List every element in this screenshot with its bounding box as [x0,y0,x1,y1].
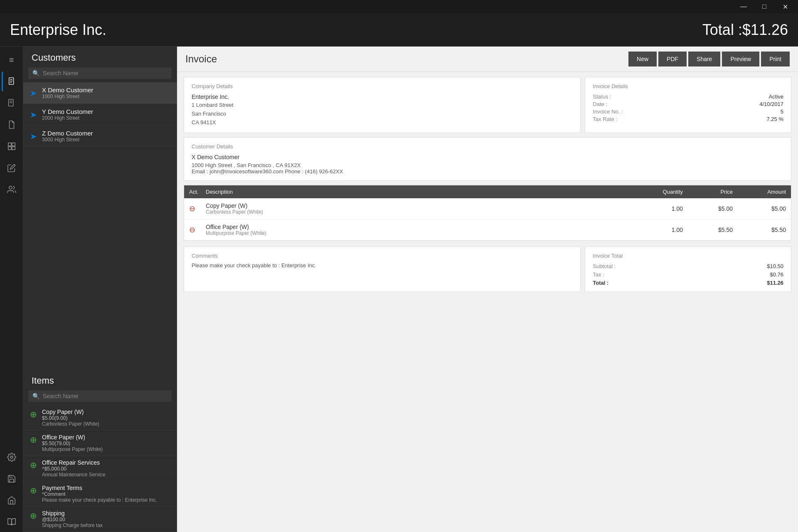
invoice-no-label: Invoice No. : [593,108,623,115]
invoice-details-label: Invoice Details [593,83,783,89]
item-name-copy-paper: Copy Paper (W) [42,409,99,415]
nav-save[interactable] [2,469,22,489]
svg-rect-9 [8,147,11,150]
row2-quantity: 1.00 [636,227,686,233]
line-items-header: Act. Description Quantity Price Amount [184,185,791,198]
items-search-input[interactable] [43,393,167,399]
remove-row2-button[interactable]: ⊖ [189,225,206,234]
items-search-box[interactable]: 🔍 [28,390,172,402]
svg-rect-7 [8,143,11,146]
items-search-icon: 🔍 [32,393,39,399]
svg-rect-10 [12,147,15,150]
customer-address-x: 1000 High Street [42,94,93,99]
row1-item-sub: Carbonless Paper (White) [206,209,636,215]
remove-row1-button[interactable]: ⊖ [189,204,206,213]
item-add-shipping-icon[interactable]: ⊕ [30,511,37,521]
title-bar: — □ ✕ [0,0,798,13]
col-price: Price [686,189,736,195]
date-value: 4/10/2017 [630,101,783,107]
app-title: Enterprise Inc. [10,21,106,39]
nav-document[interactable] [2,71,22,91]
item-price-copy-paper: $5.00(9.00) [42,415,99,421]
nav-document2[interactable] [2,93,22,113]
nav-document3[interactable] [2,115,22,135]
item-info-copy-paper: Copy Paper (W) $5.00(9.00) Carbonless Pa… [42,409,99,427]
item-name-shipping: Shipping [42,510,103,517]
customer-detail-email-phone: Email : john@invoicesoftware360.com Phon… [192,168,783,175]
customer-details-label: Customer Details [192,143,783,150]
company-details-label: Company Details [192,83,573,89]
share-button[interactable]: Share [688,52,720,66]
svg-point-11 [9,186,12,189]
row2-price: $5.50 [686,227,736,233]
row1-item-name: Copy Paper (W) [206,202,636,209]
item-name-office-paper: Office Paper (W) [42,434,103,441]
item-desc-repair: Annual Maintenance Service [42,472,106,478]
items-title: Items [23,369,177,390]
item-price-repair: ^$5,000.00 [42,466,106,472]
app-header: Enterprise Inc. Total :$11.26 [0,13,798,47]
item-name-payment: Payment Terms [42,485,157,491]
row1-desc-cell: Copy Paper (W) Carbonless Paper (White) [206,202,636,215]
close-button[interactable]: ✕ [776,0,795,13]
item-copy-paper[interactable]: ⊕ Copy Paper (W) $5.00(9.00) Carbonless … [23,405,177,431]
tax-rate-value: 7.25 % [630,116,783,122]
status-label: Status : [593,94,623,100]
item-add-office-paper-icon[interactable]: ⊕ [30,435,37,445]
item-office-paper[interactable]: ⊕ Office Paper (W) $5.50(79.00) Multipur… [23,431,177,456]
customer-detail-address: 1000 High Street , San Francisco , CA 91… [192,162,783,168]
customer-info-y: Y Demo Customer 2000 High Street [42,108,93,121]
maximize-button[interactable]: □ [755,0,774,13]
nav-edit[interactable] [2,158,22,178]
row2-amount: $5.50 [736,227,786,233]
nav-layers[interactable] [2,136,22,156]
comments-text: Please make your check payable to : Ente… [192,262,573,268]
item-repair-services[interactable]: ⊕ Office Repair Services ^$5,000.00 Annu… [23,456,177,481]
item-desc-shipping: Shipping Charge before tax [42,522,103,528]
invoice-toolbar: New PDF Share Preview Print [628,52,790,66]
company-name: Enterprise Inc. [192,94,573,100]
customer-item-y[interactable]: ➤ Y Demo Customer 2000 High Street [23,104,177,126]
minimize-button[interactable]: — [734,0,753,13]
nav-hamburger[interactable]: ≡ [2,50,22,70]
preview-button[interactable]: Preview [722,52,759,66]
item-add-copy-paper-icon[interactable]: ⊕ [30,409,37,419]
item-shipping[interactable]: ⊕ Shipping @$100.00 Shipping Charge befo… [23,507,177,532]
nav-home[interactable] [2,490,22,510]
item-info-office-paper: Office Paper (W) $5.50(79.00) Multipurpo… [42,434,103,452]
print-button[interactable]: Print [761,52,790,66]
invoice-body: Company Details Enterprise Inc. 1 Lombar… [177,72,798,532]
total-value: $11.26 [767,280,783,286]
item-add-repair-icon[interactable]: ⊕ [30,460,37,470]
item-payment-terms[interactable]: ⊕ Payment Terms *Comment Please make you… [23,481,177,507]
customer-search-icon: 🔍 [32,70,39,76]
subtotal-value: $10.50 [767,263,783,269]
comments-label: Comments [192,253,573,259]
totals-panel: Invoice Total Subtotal : $10.50 Tax : $0… [585,246,791,292]
col-act: Act. [189,189,206,195]
customer-name-y: Y Demo Customer [42,108,93,115]
invoice-details-panel: Invoice Details Status : Active Date : 4… [585,77,791,133]
line-items-table: Act. Description Quantity Price Amount ⊖… [184,185,791,241]
totals-grid: Subtotal : $10.50 Tax : $0.76 Total : $1… [593,263,783,286]
tax-label: Tax : [593,271,760,278]
item-desc-office-paper: Multipurpose Paper (White) [42,446,103,452]
nav-library[interactable] [2,512,22,532]
nav-settings[interactable] [2,447,22,467]
tax-value: $0.76 [767,271,783,278]
pdf-button[interactable]: PDF [658,52,687,66]
customer-info-x: X Demo Customer 1000 High Street [42,86,93,99]
customer-item-x[interactable]: ➤ X Demo Customer 1000 High Street [23,82,177,104]
item-add-payment-icon[interactable]: ⊕ [30,485,37,495]
customer-item-z[interactable]: ➤ Z Demo Customer 3000 High Street [23,126,177,147]
row1-quantity: 1.00 [636,205,686,212]
customer-search-input[interactable] [43,70,167,76]
invoice-details-grid: Status : Active Date : 4/10/2017 Invoice… [593,94,783,122]
new-button[interactable]: New [628,52,657,66]
nav-rail: ≡ [0,47,23,532]
customer-arrow-x: ➤ [30,88,37,98]
row2-item-sub: Multipurpose Paper (White) [206,230,636,236]
customer-search-box[interactable]: 🔍 [28,67,172,79]
item-info-payment: Payment Terms *Comment Please make your … [42,485,157,503]
nav-users[interactable] [2,180,22,200]
